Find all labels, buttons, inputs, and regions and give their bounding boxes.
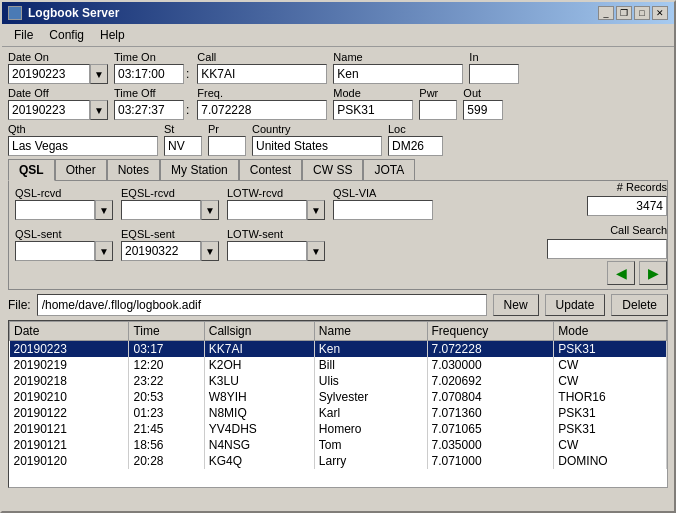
maximize-button[interactable]: □ (634, 6, 650, 20)
prev-arrow-button[interactable]: ◀ (607, 261, 635, 285)
pr-input[interactable] (208, 136, 246, 156)
tab-notes[interactable]: Notes (107, 159, 160, 181)
window-icon (8, 6, 22, 20)
date-off-input[interactable] (8, 100, 90, 120)
table-row[interactable]: 2019012201:23N8MIQKarl7.071360PSK31 (10, 405, 667, 421)
call-input[interactable] (197, 64, 327, 84)
menu-file[interactable]: File (6, 26, 41, 44)
country-input[interactable] (252, 136, 382, 156)
table-row[interactable]: 2019022303:17KK7AIKen7.072228PSK31 (10, 341, 667, 358)
tab-mystation[interactable]: My Station (160, 159, 239, 181)
date-on-group: Date On ▼ (8, 51, 108, 84)
qsl-rcvd-input[interactable] (15, 200, 95, 220)
out-input[interactable] (463, 100, 503, 120)
qsl-via-input[interactable] (333, 200, 433, 220)
loc-input[interactable] (388, 136, 443, 156)
restore-button[interactable]: ❐ (616, 6, 632, 20)
lotw-sent-cal-btn[interactable]: ▼ (307, 241, 325, 261)
qsl-rcvd-cal-btn[interactable]: ▼ (95, 200, 113, 220)
menu-config[interactable]: Config (41, 26, 92, 44)
table-row[interactable]: 2019012020:28KG4QLarry7.071000DOMINO (10, 453, 667, 469)
delete-button[interactable]: Delete (611, 294, 668, 316)
table-row[interactable]: 2019021912:20K2OHBill7.030000CW (10, 357, 667, 373)
tab-other[interactable]: Other (55, 159, 107, 181)
cell-time: 18:56 (129, 437, 204, 453)
cell-frequency: 7.071065 (427, 421, 554, 437)
col-callsign: Callsign (204, 322, 314, 341)
cell-time: 21:45 (129, 421, 204, 437)
log-table-body: 2019022303:17KK7AIKen7.072228PSK31201902… (10, 341, 667, 470)
new-button[interactable]: New (493, 294, 539, 316)
eqsl-sent-input[interactable] (121, 241, 201, 261)
qsl-sent-input[interactable] (15, 241, 95, 261)
call-search-input[interactable] (547, 239, 667, 259)
freq-input[interactable] (197, 100, 327, 120)
time-off-input[interactable] (114, 100, 184, 120)
eqsl-rcvd-input[interactable] (121, 200, 201, 220)
form-row-3: Qth St Pr Country Loc (8, 123, 668, 156)
main-content: Date On ▼ Time On : Call Name (2, 47, 674, 492)
time-on-input[interactable] (114, 64, 184, 84)
minimize-button[interactable]: _ (598, 6, 614, 20)
country-label: Country (252, 123, 382, 135)
name-input[interactable] (333, 64, 463, 84)
date-off-group: Date Off ▼ (8, 87, 108, 120)
table-row[interactable]: 2019021020:53W8YIHSylvester7.070804THOR1… (10, 389, 667, 405)
tab-jota[interactable]: JOTA (363, 159, 415, 181)
pwr-input[interactable] (419, 100, 457, 120)
cell-callsign: K3LU (204, 373, 314, 389)
cell-mode: CW (554, 373, 667, 389)
cell-name: Ken (314, 341, 427, 358)
window-title: Logbook Server (28, 6, 119, 20)
freq-label: Freq. (197, 87, 327, 99)
tab-contest[interactable]: Contest (239, 159, 302, 181)
mode-input[interactable] (333, 100, 413, 120)
time-on-sep: : (184, 64, 191, 84)
eqsl-rcvd-cal-btn[interactable]: ▼ (201, 200, 219, 220)
st-group: St (164, 123, 202, 156)
cell-callsign: K2OH (204, 357, 314, 373)
file-path-input[interactable] (37, 294, 487, 316)
st-input[interactable] (164, 136, 202, 156)
cell-date: 20190210 (10, 389, 129, 405)
log-table-container[interactable]: Date Time Callsign Name Frequency Mode 2… (8, 320, 668, 488)
update-button[interactable]: Update (545, 294, 606, 316)
qsl-sent-cal-btn[interactable]: ▼ (95, 241, 113, 261)
cell-frequency: 7.070804 (427, 389, 554, 405)
date-on-input[interactable] (8, 64, 90, 84)
tab-cwss[interactable]: CW SS (302, 159, 363, 181)
cell-date: 20190121 (10, 421, 129, 437)
time-off-group: Time Off : (114, 87, 191, 120)
close-button[interactable]: ✕ (652, 6, 668, 20)
table-row[interactable]: 2019021823:22K3LUUlis7.020692CW (10, 373, 667, 389)
qsl-sent-group: QSL-sent ▼ (15, 228, 113, 261)
lotw-rcvd-input[interactable] (227, 200, 307, 220)
table-row[interactable]: 2019012121:45YV4DHSHomero7.071065PSK31 (10, 421, 667, 437)
eqsl-sent-label: EQSL-sent (121, 228, 219, 240)
eqsl-sent-cal-btn[interactable]: ▼ (201, 241, 219, 261)
lotw-rcvd-cal-btn[interactable]: ▼ (307, 200, 325, 220)
lotw-rcvd-group: LOTW-rcvd ▼ (227, 187, 325, 220)
cell-callsign: N8MIQ (204, 405, 314, 421)
qth-input[interactable] (8, 136, 158, 156)
next-arrow-button[interactable]: ▶ (639, 261, 667, 285)
date-off-cal-btn[interactable]: ▼ (90, 100, 108, 120)
arrow-buttons: ◀ ▶ (607, 261, 667, 285)
menu-help[interactable]: Help (92, 26, 133, 44)
mode-group: Mode (333, 87, 413, 120)
cell-mode: CW (554, 357, 667, 373)
pr-group: Pr (208, 123, 246, 156)
cell-frequency: 7.030000 (427, 357, 554, 373)
tab-qsl[interactable]: QSL (8, 159, 55, 181)
lotw-sent-input[interactable] (227, 241, 307, 261)
file-row: File: New Update Delete (8, 294, 668, 316)
country-group: Country (252, 123, 382, 156)
date-on-cal-btn[interactable]: ▼ (90, 64, 108, 84)
table-row[interactable]: 2019012118:56N4NSGTom7.035000CW (10, 437, 667, 453)
file-label: File: (8, 298, 31, 312)
in-input[interactable] (469, 64, 519, 84)
lotw-rcvd-label: LOTW-rcvd (227, 187, 325, 199)
cell-time: 20:53 (129, 389, 204, 405)
records-input[interactable] (587, 196, 667, 216)
col-mode: Mode (554, 322, 667, 341)
